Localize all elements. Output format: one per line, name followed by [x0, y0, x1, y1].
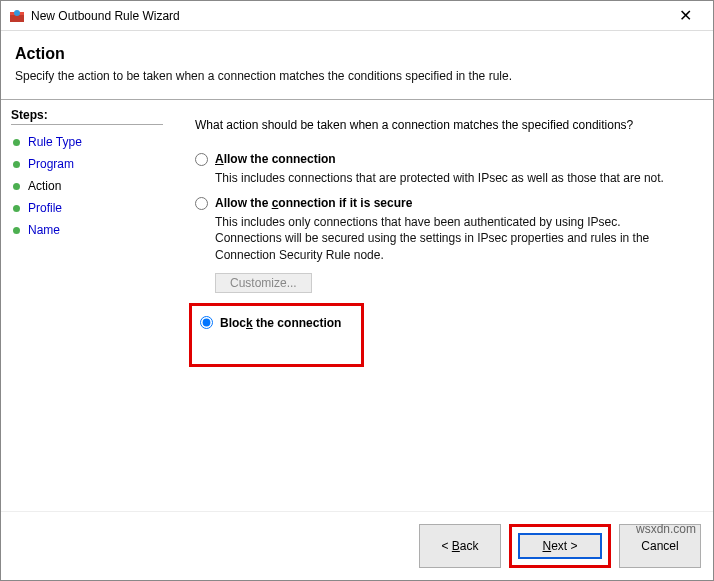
main-panel: What action should be taken when a conne…	[173, 100, 713, 511]
body: Steps: Rule Type Program Action Profile …	[1, 100, 713, 511]
option-label: Allow the connection if it is secure	[215, 196, 412, 210]
close-icon[interactable]: ✕	[665, 6, 705, 25]
customize-button: Customize...	[215, 273, 312, 293]
sidebar: Steps: Rule Type Program Action Profile …	[1, 100, 173, 511]
option-allow-hint: This includes connections that are prote…	[215, 170, 675, 186]
watermark: wsxdn.com	[636, 522, 696, 536]
sidebar-item-program[interactable]: Program	[11, 153, 163, 175]
header: Action Specify the action to be taken wh…	[1, 31, 713, 91]
option-block[interactable]: Block the connection	[200, 316, 353, 330]
next-button[interactable]: Next >	[519, 534, 601, 558]
option-allow-secure[interactable]: Allow the connection if it is secure	[195, 196, 691, 210]
bullet-icon	[13, 205, 20, 212]
highlight-next: Next >	[509, 524, 611, 568]
footer: < Back Next > Cancel	[1, 511, 713, 580]
svg-point-2	[14, 10, 20, 16]
window-title: New Outbound Rule Wizard	[31, 9, 665, 23]
sidebar-item-label: Profile	[28, 201, 62, 215]
titlebar: New Outbound Rule Wizard ✕	[1, 1, 713, 31]
wizard-window: New Outbound Rule Wizard ✕ Action Specif…	[0, 0, 714, 581]
option-allow[interactable]: Allow the connection	[195, 152, 691, 166]
option-label: Allow the connection	[215, 152, 336, 166]
sidebar-item-name[interactable]: Name	[11, 219, 163, 241]
firewall-icon	[9, 8, 25, 24]
bullet-icon	[13, 161, 20, 168]
radio-block[interactable]	[200, 316, 213, 329]
sidebar-item-label: Program	[28, 157, 74, 171]
back-button[interactable]: < Back	[419, 524, 501, 568]
sidebar-item-profile[interactable]: Profile	[11, 197, 163, 219]
radio-allow-secure[interactable]	[195, 197, 208, 210]
bullet-icon	[13, 227, 20, 234]
sidebar-item-label: Name	[28, 223, 60, 237]
sidebar-item-action[interactable]: Action	[11, 175, 163, 197]
sidebar-item-label: Action	[28, 179, 61, 193]
bullet-icon	[13, 183, 20, 190]
bullet-icon	[13, 139, 20, 146]
page-description: Specify the action to be taken when a co…	[15, 69, 699, 83]
question-text: What action should be taken when a conne…	[195, 118, 691, 132]
radio-allow[interactable]	[195, 153, 208, 166]
option-allow-secure-hint: This includes only connections that have…	[215, 214, 675, 263]
highlight-block: Block the connection	[189, 303, 364, 367]
sidebar-item-rule-type[interactable]: Rule Type	[11, 131, 163, 153]
option-label: Block the connection	[220, 316, 341, 330]
sidebar-item-label: Rule Type	[28, 135, 82, 149]
steps-label: Steps:	[11, 108, 163, 125]
page-heading: Action	[15, 45, 699, 63]
